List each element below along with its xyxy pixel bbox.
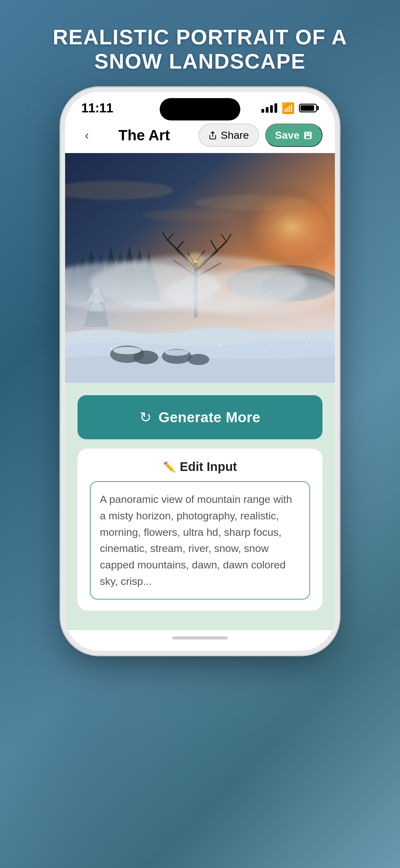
status-time: 11:11 [81,101,113,116]
save-button[interactable]: Save [265,124,323,147]
wifi-icon: 📶 [281,103,295,113]
svg-rect-4 [307,132,309,134]
home-indicator [65,630,335,651]
generate-more-button[interactable]: ↻ Generate More [77,395,323,439]
svg-point-55 [111,348,112,349]
svg-point-53 [195,195,307,211]
generate-label: Generate More [159,409,261,426]
share-icon [208,131,217,140]
share-button[interactable]: Share [198,124,259,147]
svg-rect-3 [306,136,310,138]
edit-input-card: ✏️ Edit Input A panoramic view of mounta… [77,448,323,610]
nav-title: The Art [102,127,186,144]
status-icons: 📶 [261,103,319,113]
art-image [65,153,335,383]
pencil-icon: ✏️ [163,461,175,473]
dynamic-island [160,98,240,120]
content-area: ↻ Generate More ✏️ Edit Input A panorami… [65,383,335,630]
status-bar: 11:11 📶 [65,92,335,119]
svg-point-54 [143,209,236,221]
signal-icon [261,103,277,113]
svg-point-50 [113,347,141,354]
svg-point-56 [155,342,156,343]
edit-input-title: Edit Input [180,460,237,474]
prompt-text-input[interactable]: A panoramic view of mountain range with … [90,481,310,599]
svg-point-59 [306,343,308,345]
page-title: REALISTIC PORTRAIT OF A SNOW LANDSCAPE [0,0,400,92]
svg-point-60 [188,252,203,268]
back-button[interactable]: ‹ [77,126,96,145]
share-label: Share [221,129,249,141]
phone-frame: 11:11 📶 ‹ The Art [65,92,335,651]
svg-point-57 [219,345,221,346]
refresh-icon: ↻ [139,410,152,424]
save-icon [303,131,312,140]
svg-point-58 [266,349,267,351]
edit-input-header: ✏️ Edit Input [90,460,310,474]
battery-icon [299,104,319,113]
svg-point-51 [165,349,189,356]
svg-point-49 [188,354,209,365]
home-bar [172,637,228,640]
save-label: Save [275,129,300,141]
nav-bar: ‹ The Art Share Save [65,119,335,153]
back-chevron-icon: ‹ [85,129,89,141]
